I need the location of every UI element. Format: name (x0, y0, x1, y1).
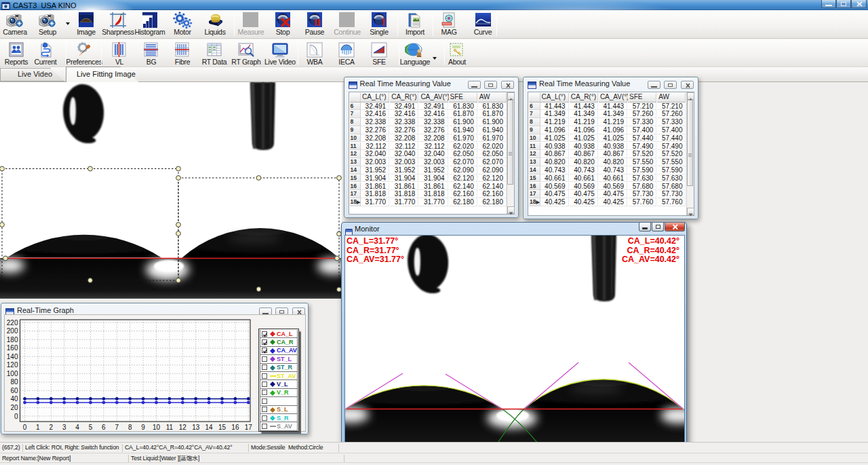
svg-text:2: 2 (50, 424, 54, 431)
svg-text:20: 20 (10, 404, 18, 411)
svg-text:60: 60 (10, 387, 18, 394)
svg-text:6: 6 (102, 424, 106, 431)
svg-text:17: 17 (245, 424, 253, 431)
svg-text:5: 5 (89, 424, 93, 431)
svg-text:12: 12 (179, 424, 187, 431)
svg-text:14: 14 (205, 424, 214, 431)
svg-text:100: 100 (7, 370, 18, 377)
svg-text:CA_AV=31.77°: CA_AV=31.77° (347, 255, 404, 264)
svg-text:7: 7 (115, 424, 119, 431)
svg-text:40: 40 (10, 395, 18, 403)
svg-text:16: 16 (231, 424, 239, 431)
svg-text:200: 200 (7, 327, 18, 335)
svg-text:CA_L=40.42°: CA_L=40.42° (628, 236, 679, 246)
svg-text:1: 1 (36, 424, 40, 431)
svg-text:13: 13 (192, 424, 200, 431)
svg-text:11: 11 (166, 424, 174, 431)
svg-text:120: 120 (7, 361, 18, 369)
svg-text:3: 3 (62, 424, 66, 431)
svg-text:220: 220 (7, 319, 18, 327)
svg-text:10: 10 (153, 424, 161, 431)
svg-text:80: 80 (10, 378, 18, 386)
svg-text:160: 160 (7, 344, 18, 352)
svg-text:CA_R=31.77°: CA_R=31.77° (347, 246, 399, 255)
svg-text:0: 0 (14, 413, 18, 420)
svg-text:4: 4 (75, 424, 79, 431)
svg-text:CA_AV=40.42°: CA_AV=40.42° (622, 255, 679, 264)
svg-text:8: 8 (128, 424, 132, 431)
svg-text:140: 140 (7, 353, 18, 360)
svg-text:0: 0 (23, 424, 27, 431)
svg-text:CA_L=31.77°: CA_L=31.77° (347, 236, 398, 246)
svg-text:CA_R=40.42°: CA_R=40.42° (627, 246, 679, 255)
svg-text:180: 180 (7, 336, 18, 343)
svg-text:15: 15 (218, 424, 226, 431)
svg-text:9: 9 (141, 424, 145, 431)
